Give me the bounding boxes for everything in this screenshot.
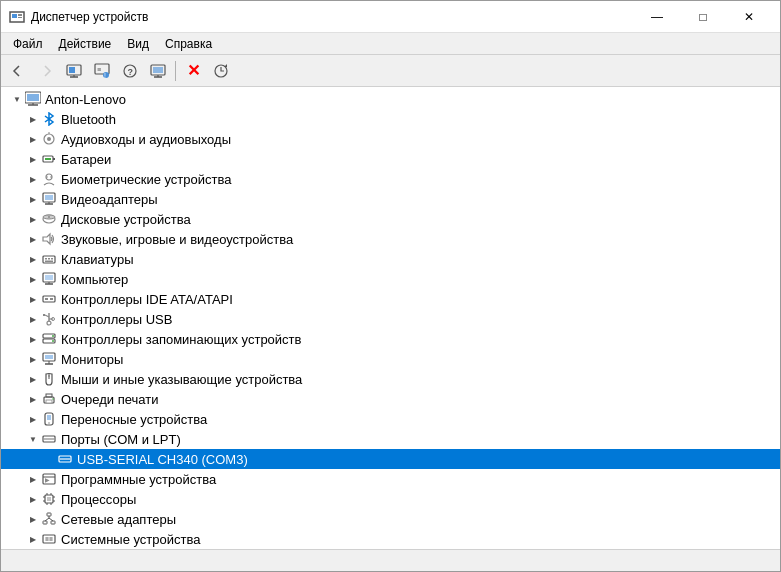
expand-icon: ▶	[25, 291, 41, 307]
expand-icon: ▶	[25, 331, 41, 347]
list-item[interactable]: ▶ Мыши и иные указывающие устройства	[1, 369, 780, 389]
portable-icon	[41, 411, 57, 427]
expand-icon: ▶	[25, 471, 41, 487]
list-item[interactable]: ▶ Системные устройства	[1, 529, 780, 549]
list-item[interactable]: ▶ Контроллеры USB	[1, 309, 780, 329]
tree-root[interactable]: ▼ Anton-Lenovo	[1, 89, 780, 109]
svg-rect-2	[18, 14, 22, 16]
list-item[interactable]: ▶ Дисковые устройства	[1, 209, 780, 229]
menu-bar: Файл Действие Вид Справка	[1, 33, 780, 55]
menu-file[interactable]: Файл	[5, 35, 51, 53]
menu-action[interactable]: Действие	[51, 35, 120, 53]
svg-rect-5	[69, 67, 75, 73]
item-label: Звуковые, игровые и видеоустройства	[61, 232, 293, 247]
minimize-button[interactable]: —	[634, 1, 680, 33]
show-computer-button[interactable]	[145, 58, 171, 84]
system-icon	[41, 531, 57, 547]
list-item[interactable]: ▶ Батареи	[1, 149, 780, 169]
battery-icon	[41, 151, 57, 167]
update-driver-button[interactable]: ≡ !	[89, 58, 115, 84]
scan-hardware-button[interactable]	[208, 58, 234, 84]
svg-rect-50	[45, 298, 48, 300]
window-icon	[9, 9, 25, 25]
window-controls: — □ ✕	[634, 1, 772, 33]
network-icon	[41, 511, 57, 527]
item-label: Процессоры	[61, 492, 136, 507]
svg-point-31	[50, 176, 52, 178]
svg-point-67	[48, 375, 50, 377]
status-bar	[1, 549, 780, 571]
item-label: Системные устройства	[61, 532, 200, 547]
item-label: Сетевые адаптеры	[61, 512, 176, 527]
remove-device-button[interactable]: ✕	[180, 58, 206, 84]
list-item[interactable]: ▶ Контроллеры запоминающих устройств	[1, 329, 780, 349]
svg-point-24	[47, 137, 51, 141]
list-item[interactable]: ▶ ▶ Программные устройства	[1, 469, 780, 489]
list-item[interactable]: ▶ Процессоры	[1, 489, 780, 509]
disk-icon	[41, 211, 57, 227]
item-label: Контроллеры запоминающих устройств	[61, 332, 301, 347]
device-tree[interactable]: ▼ Anton-Lenovo ▶	[1, 87, 780, 549]
svg-text:!: !	[104, 72, 106, 79]
item-label: Компьютер	[61, 272, 128, 287]
list-item[interactable]: ▶ Переносные устройства	[1, 409, 780, 429]
svg-point-30	[46, 176, 48, 178]
svg-rect-3	[18, 17, 22, 18]
svg-line-105	[49, 518, 53, 521]
forward-button[interactable]	[33, 58, 59, 84]
list-item[interactable]: ▶ Сетевые адаптеры	[1, 509, 780, 529]
list-item[interactable]: ▶ Контроллеры IDE ATA/ATAPI	[1, 289, 780, 309]
list-item[interactable]: ▶ Клавиатуры	[1, 249, 780, 269]
list-item[interactable]: ▶ Bluetooth	[1, 109, 780, 129]
audio-icon	[41, 131, 57, 147]
item-label: Контроллеры IDE ATA/ATAPI	[61, 292, 233, 307]
expand-icon: ▶	[25, 391, 41, 407]
list-item[interactable]: ▶ Биометрические устройства	[1, 169, 780, 189]
svg-rect-107	[45, 537, 53, 541]
svg-rect-43	[51, 258, 53, 260]
help-button[interactable]: ?	[117, 58, 143, 84]
expand-icon: ▶	[25, 131, 41, 147]
expand-icon: ▶	[25, 251, 41, 267]
list-item[interactable]: USB-SERIAL CH340 (COM3)	[1, 449, 780, 469]
back-button[interactable]	[5, 58, 31, 84]
svg-rect-42	[48, 258, 50, 260]
window-title: Диспетчер устройств	[31, 10, 634, 24]
biometric-icon	[41, 171, 57, 187]
list-item[interactable]: ▶ Мониторы	[1, 349, 780, 369]
svg-rect-101	[43, 521, 47, 524]
list-item[interactable]: ▼ Порты (COM и LPT)	[1, 429, 780, 449]
item-label: Биометрические устройства	[61, 172, 231, 187]
svg-rect-51	[50, 298, 53, 300]
list-item[interactable]: ▶ Видеоадаптеры	[1, 189, 780, 209]
maximize-button[interactable]: □	[680, 1, 726, 33]
sound-icon	[41, 231, 57, 247]
svg-rect-28	[53, 158, 55, 160]
root-label: Anton-Lenovo	[45, 92, 126, 107]
device-manager-window: Диспетчер устройств — □ ✕ Файл Действие …	[0, 0, 781, 572]
svg-line-104	[45, 518, 49, 521]
svg-point-71	[52, 398, 54, 400]
svg-rect-27	[45, 158, 51, 160]
storage-icon	[41, 331, 57, 347]
keyboard-icon	[41, 251, 57, 267]
item-label: Переносные устройства	[61, 412, 207, 427]
list-item[interactable]: ▶ Звуковые, игровые и видеоустройства	[1, 229, 780, 249]
svg-rect-63	[45, 355, 53, 359]
close-button[interactable]: ✕	[726, 1, 772, 33]
expand-icon: ▶	[25, 511, 41, 527]
svg-rect-100	[47, 513, 51, 516]
svg-rect-33	[45, 195, 53, 200]
list-item[interactable]: ▶ Компьютер	[1, 269, 780, 289]
item-label: Программные устройства	[61, 472, 216, 487]
expand-icon: ▶	[25, 231, 41, 247]
menu-help[interactable]: Справка	[157, 35, 220, 53]
list-item[interactable]: ▶ Аудиовходы и аудиовыходы	[1, 129, 780, 149]
properties-button[interactable]	[61, 58, 87, 84]
list-item[interactable]: ▶ Очереди печати	[1, 389, 780, 409]
svg-rect-70	[46, 400, 52, 403]
item-label: Контроллеры USB	[61, 312, 172, 327]
menu-view[interactable]: Вид	[119, 35, 157, 53]
svg-point-60	[52, 335, 54, 337]
title-bar: Диспетчер устройств — □ ✕	[1, 1, 780, 33]
